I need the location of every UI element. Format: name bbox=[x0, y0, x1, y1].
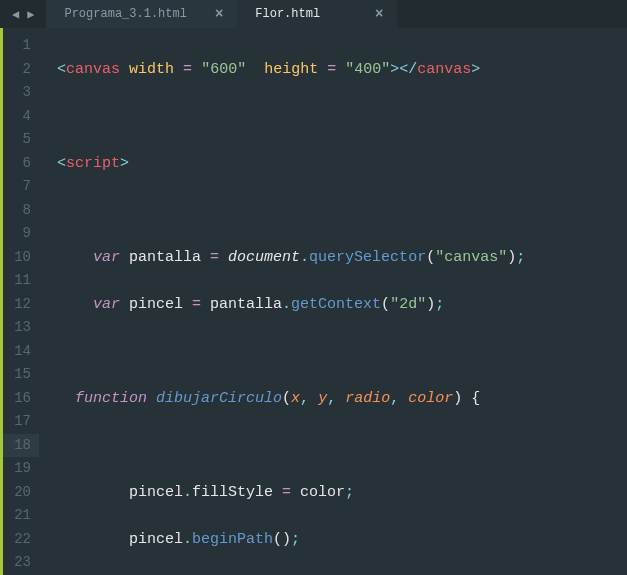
line-number: 21 bbox=[3, 504, 39, 528]
editor: 1 2 3 4 5 6 7 8 9 10 11 12 13 14 15 16 1… bbox=[0, 28, 627, 575]
nav-forward-icon[interactable]: ▶ bbox=[25, 5, 36, 24]
line-number: 15 bbox=[3, 363, 39, 387]
line-number: 12 bbox=[3, 293, 39, 317]
line-number: 5 bbox=[3, 128, 39, 152]
line-number: 2 bbox=[3, 58, 39, 82]
line-number: 10 bbox=[3, 246, 39, 270]
tab-label: Programa_3.1.html bbox=[64, 7, 186, 21]
line-number: 18 bbox=[3, 434, 39, 458]
close-icon[interactable]: × bbox=[375, 6, 383, 22]
tab-label: Flor.html bbox=[255, 7, 320, 21]
tabs: Programa_3.1.html × Flor.html × bbox=[46, 0, 397, 28]
nav-arrows: ◀ ▶ bbox=[0, 5, 46, 24]
line-number: 1 bbox=[3, 34, 39, 58]
line-number: 14 bbox=[3, 340, 39, 364]
titlebar: ◀ ▶ Programa_3.1.html × Flor.html × bbox=[0, 0, 627, 28]
nav-back-icon[interactable]: ◀ bbox=[10, 5, 21, 24]
line-number: 6 bbox=[3, 152, 39, 176]
code-area[interactable]: <canvas width = "600" height = "400"></c… bbox=[39, 28, 627, 575]
tab-flor[interactable]: Flor.html × bbox=[237, 0, 397, 28]
line-number: 8 bbox=[3, 199, 39, 223]
line-number: 11 bbox=[3, 269, 39, 293]
line-number: 19 bbox=[3, 457, 39, 481]
line-number: 3 bbox=[3, 81, 39, 105]
line-number: 17 bbox=[3, 410, 39, 434]
line-number: 23 bbox=[3, 551, 39, 575]
line-number: 16 bbox=[3, 387, 39, 411]
line-number: 9 bbox=[3, 222, 39, 246]
line-numbers: 1 2 3 4 5 6 7 8 9 10 11 12 13 14 15 16 1… bbox=[3, 28, 39, 575]
close-icon[interactable]: × bbox=[215, 6, 223, 22]
line-number: 7 bbox=[3, 175, 39, 199]
tab-programa[interactable]: Programa_3.1.html × bbox=[46, 0, 237, 28]
line-number: 20 bbox=[3, 481, 39, 505]
line-number: 22 bbox=[3, 528, 39, 552]
line-number: 4 bbox=[3, 105, 39, 129]
line-number: 13 bbox=[3, 316, 39, 340]
